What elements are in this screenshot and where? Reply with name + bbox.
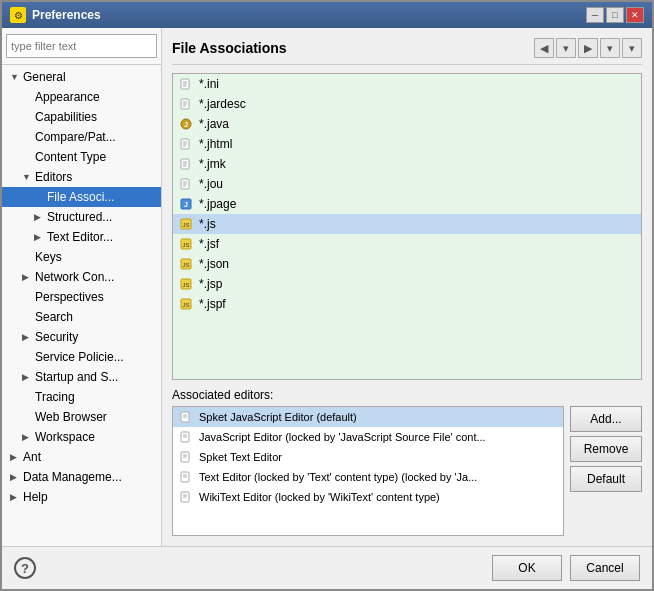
sidebar-item-keys[interactable]: Keys [2, 247, 161, 267]
sidebar-item-file-assoc[interactable]: File Associ... [2, 187, 161, 207]
file-name: *.js [199, 217, 216, 231]
bottom-bar: ? OK Cancel [2, 546, 652, 589]
maximize-button[interactable]: □ [606, 7, 624, 23]
toolbar-icons: ◀ ▾ ▶ ▾ ▾ [534, 38, 642, 58]
sidebar-item-appearance[interactable]: Appearance [2, 87, 161, 107]
panel-title: File Associations [172, 40, 287, 56]
sidebar-item-label-structured: Structured... [47, 210, 112, 224]
sidebar-item-content-type[interactable]: Content Type [2, 147, 161, 167]
sidebar-item-general[interactable]: ▼General [2, 67, 161, 87]
file-item[interactable]: *.ini [173, 74, 641, 94]
assoc-item[interactable]: Spket JavaScript Editor (default) [173, 407, 563, 427]
sidebar-item-label-help: Help [23, 490, 48, 504]
sidebar-item-perspectives[interactable]: Perspectives [2, 287, 161, 307]
expand-arrow-network-conn: ▶ [22, 272, 32, 282]
file-icon: JS [179, 277, 193, 291]
ok-button[interactable]: OK [492, 555, 562, 581]
svg-text:JS: JS [182, 242, 189, 248]
svg-text:J: J [184, 201, 188, 208]
sidebar-item-network-conn[interactable]: ▶Network Con... [2, 267, 161, 287]
file-icon [179, 97, 193, 111]
sidebar-item-label-keys: Keys [35, 250, 62, 264]
file-icon: JS [179, 237, 193, 251]
assoc-icon [179, 450, 193, 464]
back-dropdown[interactable]: ▾ [556, 38, 576, 58]
file-item[interactable]: *.jou [173, 174, 641, 194]
file-name: *.jardesc [199, 97, 246, 111]
assoc-item[interactable]: JavaScript Editor (locked by 'JavaScript… [173, 427, 563, 447]
sidebar-item-security[interactable]: ▶Security [2, 327, 161, 347]
sidebar-item-search[interactable]: Search [2, 307, 161, 327]
file-name: *.jspf [199, 297, 226, 311]
file-name: *.java [199, 117, 229, 131]
file-item[interactable]: JS*.json [173, 254, 641, 274]
sidebar-item-data-mgmt[interactable]: ▶Data Manageme... [2, 467, 161, 487]
expand-arrow-startup: ▶ [22, 372, 32, 382]
panel-header: File Associations ◀ ▾ ▶ ▾ ▾ [172, 38, 642, 65]
menu-dropdown[interactable]: ▾ [622, 38, 642, 58]
file-item[interactable]: J*.java [173, 114, 641, 134]
file-icon [179, 77, 193, 91]
sidebar-item-workspace[interactable]: ▶Workspace [2, 427, 161, 447]
sidebar-item-compare-patch[interactable]: Compare/Pat... [2, 127, 161, 147]
window-title: Preferences [32, 8, 101, 22]
back-button[interactable]: ◀ [534, 38, 554, 58]
file-icon: JS [179, 217, 193, 231]
main-area: ▼GeneralAppearanceCapabilitiesCompare/Pa… [2, 28, 652, 546]
sidebar-item-web-browser[interactable]: Web Browser [2, 407, 161, 427]
sidebar-item-capabilities[interactable]: Capabilities [2, 107, 161, 127]
sidebar-item-label-appearance: Appearance [35, 90, 100, 104]
assoc-list-container: Spket JavaScript Editor (default)JavaScr… [172, 406, 564, 536]
sidebar-item-startup[interactable]: ▶Startup and S... [2, 367, 161, 387]
default-button[interactable]: Default [570, 466, 642, 492]
sidebar-item-label-network-conn: Network Con... [35, 270, 114, 284]
sidebar-item-label-startup: Startup and S... [35, 370, 118, 384]
file-item[interactable]: *.jmk [173, 154, 641, 174]
sidebar-item-structured[interactable]: ▶Structured... [2, 207, 161, 227]
file-icon [179, 157, 193, 171]
file-list: *.ini*.jardescJ*.java*.jhtml*.jmk*.jouJ*… [173, 74, 641, 314]
sidebar-item-label-capabilities: Capabilities [35, 110, 97, 124]
sidebar-item-label-ant: Ant [23, 450, 41, 464]
add-button[interactable]: Add... [570, 406, 642, 432]
file-name: *.jpage [199, 197, 236, 211]
forward-button[interactable]: ▶ [578, 38, 598, 58]
sidebar-item-ant[interactable]: ▶Ant [2, 447, 161, 467]
sidebar-item-label-general: General [23, 70, 66, 84]
sidebar-item-text-editor[interactable]: ▶Text Editor... [2, 227, 161, 247]
file-name: *.json [199, 257, 229, 271]
assoc-item[interactable]: WikiText Editor (locked by 'WikiText' co… [173, 487, 563, 507]
file-item[interactable]: JS*.jsf [173, 234, 641, 254]
close-button[interactable]: ✕ [626, 7, 644, 23]
file-item[interactable]: JS*.js [173, 214, 641, 234]
expand-arrow-ant: ▶ [10, 452, 20, 462]
file-item[interactable]: J*.jpage [173, 194, 641, 214]
assoc-item-label: Text Editor (locked by 'Text' content ty… [199, 471, 477, 483]
svg-text:JS: JS [182, 302, 189, 308]
file-item[interactable]: JS*.jsp [173, 274, 641, 294]
assoc-icon [179, 470, 193, 484]
expand-arrow-editors: ▼ [22, 172, 32, 182]
svg-text:J: J [184, 121, 188, 128]
file-item[interactable]: *.jhtml [173, 134, 641, 154]
remove-button[interactable]: Remove [570, 436, 642, 462]
assoc-section: Associated editors: Spket JavaScript Edi… [172, 388, 642, 536]
sidebar-item-tracing[interactable]: Tracing [2, 387, 161, 407]
file-item[interactable]: *.jardesc [173, 94, 641, 114]
sidebar-item-label-web-browser: Web Browser [35, 410, 107, 424]
assoc-item[interactable]: Text Editor (locked by 'Text' content ty… [173, 467, 563, 487]
sidebar-item-editors[interactable]: ▼Editors [2, 167, 161, 187]
filter-input[interactable] [6, 34, 157, 58]
sidebar-item-service-policies[interactable]: Service Policie... [2, 347, 161, 367]
window-icon: ⚙ [10, 7, 26, 23]
help-button[interactable]: ? [14, 557, 36, 579]
forward-dropdown[interactable]: ▾ [600, 38, 620, 58]
sidebar-item-help[interactable]: ▶Help [2, 487, 161, 507]
file-icon: JS [179, 257, 193, 271]
assoc-item[interactable]: Spket Text Editor [173, 447, 563, 467]
file-name: *.jsp [199, 277, 222, 291]
file-item[interactable]: JS*.jspf [173, 294, 641, 314]
sidebar: ▼GeneralAppearanceCapabilitiesCompare/Pa… [2, 28, 162, 546]
cancel-button[interactable]: Cancel [570, 555, 640, 581]
minimize-button[interactable]: ─ [586, 7, 604, 23]
